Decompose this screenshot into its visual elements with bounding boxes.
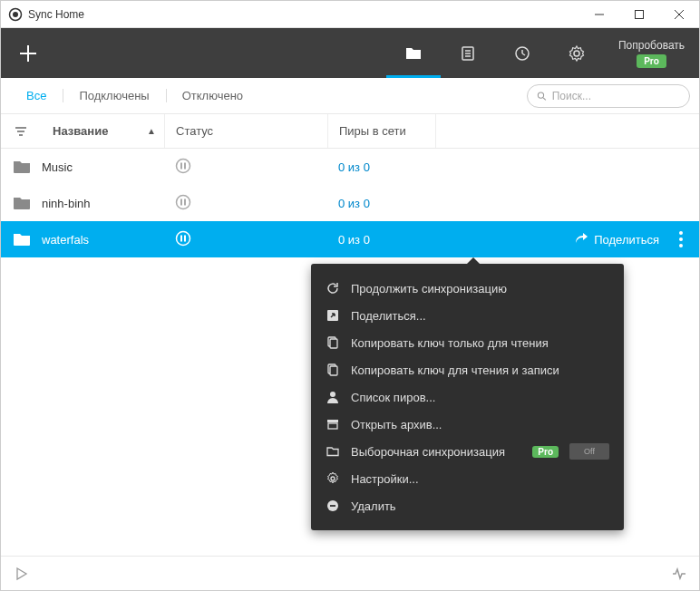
status-cell <box>164 185 327 221</box>
svg-point-15 <box>574 51 579 56</box>
pro-badge: Pro <box>637 54 666 68</box>
status-cell <box>164 149 327 185</box>
table-row[interactable]: waterfals0 из 0Поделиться <box>1 221 699 257</box>
titlebar: Sync Home <box>1 1 699 28</box>
app-icon <box>8 7 23 22</box>
menu-selective-sync[interactable]: Выборочная синхронизация Pro Off <box>311 438 624 465</box>
peers-cell: 0 из 0 <box>327 221 481 257</box>
search-input[interactable] <box>552 90 680 102</box>
svg-point-1 <box>13 12 18 17</box>
svg-rect-22 <box>180 162 182 169</box>
remove-icon <box>326 499 340 513</box>
copy-icon <box>326 363 340 377</box>
menu-delete[interactable]: Удалить <box>311 492 624 519</box>
svg-rect-36 <box>327 420 338 422</box>
selective-sync-toggle[interactable]: Off <box>569 443 609 460</box>
archive-icon <box>326 417 340 431</box>
svg-point-35 <box>330 392 335 397</box>
search-icon <box>537 91 547 102</box>
upgrade-pro-button[interactable]: Попробовать Pro <box>604 28 699 78</box>
add-folder-button[interactable] <box>1 28 55 78</box>
svg-rect-3 <box>636 10 644 18</box>
folder-icon <box>1 221 42 257</box>
refresh-icon <box>326 281 340 296</box>
window-title: Sync Home <box>28 8 579 21</box>
filter-tab-connected[interactable]: Подключены <box>63 78 165 113</box>
column-peers[interactable]: Пиры в сети <box>327 114 436 148</box>
pause-icon <box>175 158 191 177</box>
filter-tab-all[interactable]: Все <box>10 78 63 113</box>
table-row[interactable]: ninh-binh0 из 0 <box>1 185 699 221</box>
table-row[interactable]: Music0 из 0 <box>1 149 699 185</box>
close-button[interactable] <box>659 1 699 28</box>
filter-tab-disconnected[interactable]: Отключено <box>166 78 259 113</box>
more-actions-button[interactable] <box>676 228 686 251</box>
folder-name-cell: waterfals <box>42 221 164 257</box>
share-icon <box>326 308 340 323</box>
menu-copy-readonly-key[interactable]: Копировать ключ только для чтения <box>311 329 624 356</box>
svg-line-17 <box>543 97 546 100</box>
svg-point-21 <box>177 159 190 172</box>
pro-badge: Pro <box>532 446 559 458</box>
svg-point-38 <box>331 477 335 480</box>
folder-icon <box>1 185 42 221</box>
context-menu: Продолжить синхронизацию Поделиться... К… <box>311 264 624 530</box>
play-button[interactable] <box>14 567 28 581</box>
svg-line-14 <box>522 53 525 55</box>
svg-point-16 <box>538 92 543 97</box>
menu-open-archive[interactable]: Открыть архив... <box>311 411 624 438</box>
column-filter-icon[interactable] <box>1 114 42 148</box>
menu-share[interactable]: Поделиться... <box>311 302 624 329</box>
menu-resume[interactable]: Продолжить синхронизацию <box>311 275 624 302</box>
folder-list: Music0 из 0ninh-binh0 из 0waterfals0 из … <box>1 149 699 257</box>
maximize-button[interactable] <box>619 1 659 28</box>
share-icon <box>574 231 588 248</box>
svg-rect-32 <box>330 339 337 348</box>
activity-icon[interactable] <box>672 567 686 581</box>
folder-name-cell: Music <box>42 149 164 185</box>
tab-folders[interactable] <box>386 28 441 78</box>
svg-point-27 <box>177 231 190 245</box>
window-buttons <box>579 1 699 28</box>
pause-icon <box>175 230 191 249</box>
search-box[interactable] <box>527 84 690 108</box>
gear-icon <box>326 471 340 486</box>
copy-icon <box>326 335 340 350</box>
main-toolbar: Попробовать Pro <box>1 28 699 78</box>
tab-settings[interactable] <box>549 28 604 78</box>
peers-cell: 0 из 0 <box>327 185 481 221</box>
svg-rect-34 <box>330 366 337 375</box>
svg-rect-28 <box>180 235 182 241</box>
svg-point-24 <box>177 195 190 208</box>
status-bar <box>1 556 699 590</box>
menu-copy-readwrite-key[interactable]: Копировать ключ для чтения и записи <box>311 356 624 383</box>
column-name[interactable]: Название ▲ <box>42 114 164 148</box>
share-button[interactable]: Поделиться <box>574 231 659 248</box>
peers-cell: 0 из 0 <box>327 149 481 185</box>
minimize-button[interactable] <box>579 1 619 28</box>
folder-name-cell: ninh-binh <box>42 185 164 221</box>
column-status[interactable]: Статус <box>164 114 327 148</box>
menu-settings[interactable]: Настройки... <box>311 465 624 492</box>
svg-rect-23 <box>184 162 186 169</box>
table-header: Название ▲ Статус Пиры в сети <box>1 114 699 149</box>
sort-asc-icon: ▲ <box>147 126 156 136</box>
status-cell <box>164 221 327 257</box>
folder-icon <box>1 149 42 185</box>
person-icon <box>326 390 340 404</box>
folder-outline-icon <box>326 444 340 459</box>
filter-bar: Все Подключены Отключено <box>1 78 699 114</box>
menu-peers-list[interactable]: Список пиров... <box>311 383 624 411</box>
pause-icon <box>175 194 191 213</box>
upgrade-label: Попробовать <box>618 39 685 52</box>
svg-rect-25 <box>180 199 182 205</box>
tab-history[interactable] <box>495 28 549 78</box>
svg-rect-37 <box>328 423 337 429</box>
svg-rect-29 <box>184 235 186 241</box>
tab-devices[interactable] <box>441 28 495 78</box>
svg-rect-26 <box>184 199 186 205</box>
